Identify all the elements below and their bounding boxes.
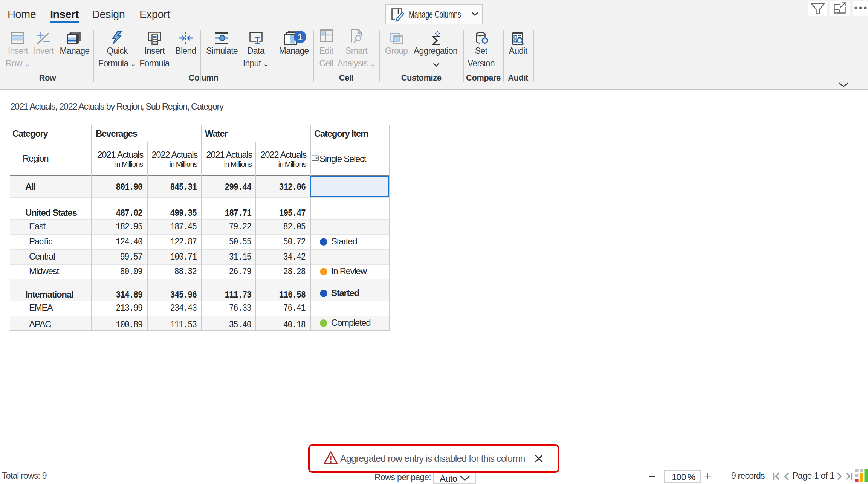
svg-text:1: 1 — [298, 32, 303, 42]
